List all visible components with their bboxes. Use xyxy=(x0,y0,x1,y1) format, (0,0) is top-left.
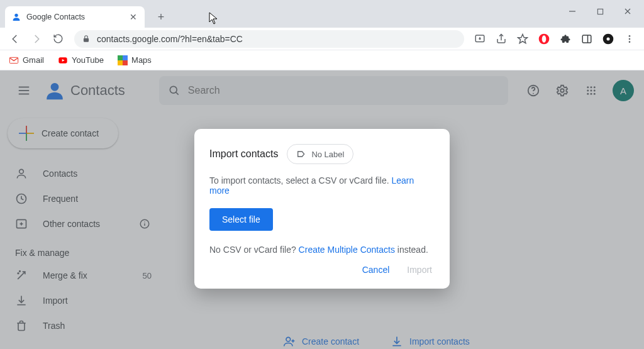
svg-marker-7 xyxy=(518,34,528,43)
bookmark-maps[interactable]: Maps xyxy=(115,53,154,68)
profile-extension-icon[interactable] xyxy=(599,30,618,48)
tab-title: Google Contacts xyxy=(26,13,123,21)
omnibox[interactable]: contacts.google.com/?hl=en&tab=CC xyxy=(74,30,464,48)
select-file-button[interactable]: Select file xyxy=(209,208,273,231)
tab-close-icon[interactable]: ✕ xyxy=(128,11,138,23)
lock-icon xyxy=(82,35,91,43)
svg-point-15 xyxy=(629,38,631,40)
svg-rect-2 xyxy=(597,9,602,14)
opera-extension-icon[interactable] xyxy=(535,30,553,48)
label-icon xyxy=(296,149,306,159)
label-chip-text: No Label xyxy=(311,150,344,159)
new-tab-button[interactable]: + xyxy=(152,8,170,26)
svg-point-13 xyxy=(607,37,610,40)
svg-point-9 xyxy=(542,35,547,43)
bookmark-gmail[interactable]: Gmail xyxy=(6,53,47,68)
gmail-icon xyxy=(9,55,19,65)
dialog-cancel-button[interactable]: Cancel xyxy=(362,265,390,275)
window-maximize-button[interactable] xyxy=(586,3,614,20)
chrome-menu-icon[interactable] xyxy=(620,30,639,48)
label-chip[interactable]: No Label xyxy=(287,144,353,164)
back-button[interactable] xyxy=(5,29,25,49)
youtube-icon xyxy=(58,55,68,65)
svg-rect-10 xyxy=(582,35,591,43)
svg-point-16 xyxy=(629,41,631,43)
svg-point-0 xyxy=(14,14,18,17)
forward-button[interactable] xyxy=(26,29,47,49)
dialog-instruction: To import contacts, select a CSV or vCar… xyxy=(209,175,435,196)
svg-rect-5 xyxy=(84,38,89,42)
share-icon[interactable] xyxy=(492,30,511,48)
bookmark-star-icon[interactable] xyxy=(513,30,532,48)
mouse-cursor-icon xyxy=(209,12,218,25)
maps-icon xyxy=(118,55,128,65)
bookmarks-bar: Gmail YouTube Maps xyxy=(0,50,644,70)
browser-titlebar: Google Contacts ✕ + xyxy=(0,0,644,28)
extensions-puzzle-icon[interactable] xyxy=(556,30,575,48)
dialog-title: Import contacts xyxy=(209,148,278,160)
bookmark-label: Maps xyxy=(131,55,152,65)
import-contacts-dialog: Import contacts No Label To import conta… xyxy=(194,129,450,289)
address-bar: contacts.google.com/?hl=en&tab=CC xyxy=(0,28,644,50)
url-text: contacts.google.com/?hl=en&tab=CC xyxy=(97,34,243,44)
dialog-alt-instruction: No CSV or vCard file? Create Multiple Co… xyxy=(209,245,435,255)
create-multiple-link[interactable]: Create Multiple Contacts xyxy=(299,245,395,255)
install-app-icon[interactable] xyxy=(470,30,489,48)
svg-point-14 xyxy=(629,35,631,37)
bookmark-label: Gmail xyxy=(23,55,44,65)
window-minimize-button[interactable] xyxy=(558,3,586,20)
contacts-favicon-icon xyxy=(11,12,21,22)
browser-tab[interactable]: Google Contacts ✕ xyxy=(5,6,145,28)
sidepanel-icon[interactable] xyxy=(577,30,596,48)
reload-button[interactable] xyxy=(48,29,68,49)
bookmark-label: YouTube xyxy=(72,55,104,65)
dialog-import-button: Import xyxy=(407,265,432,275)
bookmark-youtube[interactable]: YouTube xyxy=(55,53,106,68)
window-close-button[interactable] xyxy=(614,3,641,20)
